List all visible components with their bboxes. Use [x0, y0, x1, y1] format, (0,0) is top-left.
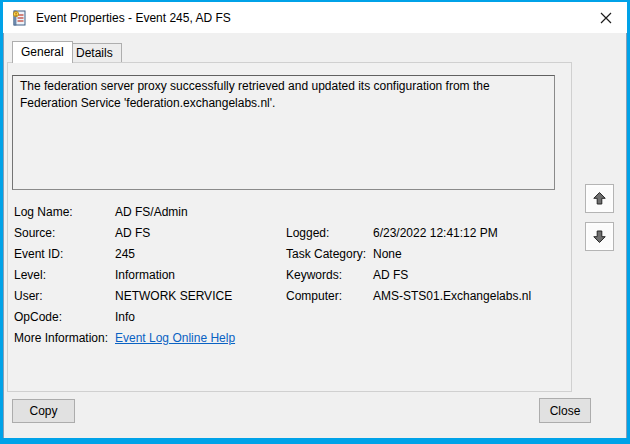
field-label: Event ID:	[14, 244, 115, 265]
field-label: Level:	[14, 265, 115, 286]
field-label: More Information:	[14, 328, 115, 349]
event-description-box[interactable]: The federation server proxy successfully…	[12, 75, 555, 190]
down-arrow-icon	[592, 229, 607, 244]
field-label: Computer:	[286, 286, 373, 307]
field-value: Information	[115, 265, 286, 286]
tab-details[interactable]: Details	[67, 43, 122, 62]
tab-general[interactable]: General	[12, 41, 73, 63]
field-value: NETWORK SERVICE	[115, 286, 286, 307]
field-value: Info	[115, 307, 286, 328]
copy-button[interactable]: Copy	[12, 399, 75, 423]
field-value: AD FS	[115, 223, 286, 244]
event-fields: Log Name: AD FS/Admin Source: AD FS Logg…	[14, 202, 566, 349]
field-label	[286, 328, 373, 349]
field-value: 245	[115, 244, 286, 265]
field-label: OpCode:	[14, 307, 115, 328]
event-log-online-help-link[interactable]: Event Log Online Help	[115, 328, 286, 349]
field-label: Keywords:	[286, 265, 373, 286]
field-value: AD FS	[373, 265, 566, 286]
window-title: Event Properties - Event 245, AD FS	[36, 11, 231, 25]
field-value: None	[373, 244, 566, 265]
field-value	[373, 328, 566, 349]
field-label: Log Name:	[14, 202, 115, 223]
field-value: 6/23/2022 12:41:12 PM	[373, 223, 566, 244]
field-label: Logged:	[286, 223, 373, 244]
previous-event-button[interactable]	[585, 184, 614, 213]
window-close-button[interactable]	[585, 2, 627, 33]
field-value: AMS-STS01.Exchangelabs.nl	[373, 286, 566, 307]
next-event-button[interactable]	[585, 222, 614, 251]
field-label: Task Category:	[286, 244, 373, 265]
field-label	[286, 307, 373, 328]
titlebar: Event Properties - Event 245, AD FS	[3, 2, 627, 33]
close-button[interactable]: Close	[539, 398, 591, 423]
close-icon	[600, 12, 612, 24]
field-label: User:	[14, 286, 115, 307]
field-label	[286, 202, 373, 223]
event-log-icon	[11, 10, 27, 26]
field-label: Source:	[14, 223, 115, 244]
field-value	[373, 202, 566, 223]
up-arrow-icon	[592, 191, 607, 206]
field-value: AD FS/Admin	[115, 202, 286, 223]
field-value	[373, 307, 566, 328]
event-properties-dialog: Event Properties - Event 245, AD FS Gene…	[0, 0, 630, 444]
